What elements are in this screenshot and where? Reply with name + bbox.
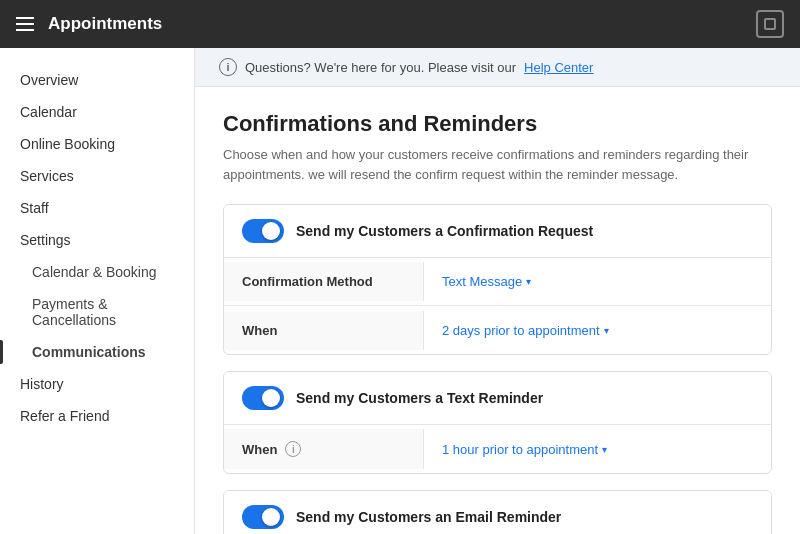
email-reminder-card: Send my Customers an Email Reminder When… (223, 490, 772, 534)
text-reminder-when-value[interactable]: 1 hour prior to appointment ▾ (424, 430, 625, 469)
toggle-slider (242, 219, 284, 243)
when-info-icon: i (285, 441, 301, 457)
sidebar-item-overview[interactable]: Overview (0, 64, 194, 96)
sidebar-item-payments-cancellations[interactable]: Payments & Cancellations (0, 288, 194, 336)
confirmation-toggle[interactable] (242, 219, 284, 243)
chevron-down-icon: ▾ (526, 276, 531, 287)
confirmation-card-title: Send my Customers a Confirmation Request (296, 223, 593, 239)
confirmation-card-header: Send my Customers a Confirmation Request (224, 205, 771, 257)
confirmation-method-row: Confirmation Method Text Message ▾ (224, 258, 771, 306)
text-reminder-card: Send my Customers a Text Reminder When i… (223, 371, 772, 474)
main-content: i Questions? We're here for you. Please … (195, 48, 800, 534)
page-description: Choose when and how your customers recei… (223, 145, 772, 184)
square-icon[interactable] (756, 10, 784, 38)
sidebar-item-staff[interactable]: Staff (0, 192, 194, 224)
info-text: Questions? We're here for you. Please vi… (245, 60, 516, 75)
confirmation-when-row: When 2 days prior to appointment ▾ (224, 306, 771, 354)
chevron-down-icon: ▾ (604, 325, 609, 336)
page-title: Confirmations and Reminders (223, 111, 772, 137)
sidebar-item-settings[interactable]: Settings (0, 224, 194, 256)
header-title: Appointments (48, 14, 756, 34)
info-icon: i (219, 58, 237, 76)
confirmation-when-label: When (224, 311, 424, 350)
content-area: Confirmations and Reminders Choose when … (195, 87, 800, 534)
text-reminder-when-label: When i (224, 429, 424, 469)
email-reminder-toggle[interactable] (242, 505, 284, 529)
sidebar-item-communications[interactable]: Communications (0, 336, 194, 368)
menu-icon[interactable] (16, 17, 34, 31)
app-layout: Overview Calendar Online Booking Service… (0, 48, 800, 534)
confirmation-when-value[interactable]: 2 days prior to appointment ▾ (424, 311, 627, 350)
text-reminder-toggle[interactable] (242, 386, 284, 410)
sidebar-item-calendar[interactable]: Calendar (0, 96, 194, 128)
sidebar-item-calendar-booking[interactable]: Calendar & Booking (0, 256, 194, 288)
confirmation-card-body: Confirmation Method Text Message ▾ When … (224, 257, 771, 354)
sidebar-item-refer-friend[interactable]: Refer a Friend (0, 400, 194, 432)
chevron-down-icon: ▾ (602, 444, 607, 455)
help-center-link[interactable]: Help Center (524, 60, 593, 75)
toggle-slider (242, 386, 284, 410)
confirmation-method-value[interactable]: Text Message ▾ (424, 262, 549, 301)
confirmation-card: Send my Customers a Confirmation Request… (223, 204, 772, 355)
text-reminder-card-title: Send my Customers a Text Reminder (296, 390, 543, 406)
email-reminder-card-title: Send my Customers an Email Reminder (296, 509, 561, 525)
text-reminder-card-header: Send my Customers a Text Reminder (224, 372, 771, 424)
sidebar-item-services[interactable]: Services (0, 160, 194, 192)
app-header: Appointments (0, 0, 800, 48)
sidebar-item-history[interactable]: History (0, 368, 194, 400)
confirmation-method-label: Confirmation Method (224, 262, 424, 301)
sidebar-item-online-booking[interactable]: Online Booking (0, 128, 194, 160)
info-bar: i Questions? We're here for you. Please … (195, 48, 800, 87)
email-reminder-card-header: Send my Customers an Email Reminder (224, 491, 771, 534)
square-inner-icon (764, 18, 776, 30)
text-reminder-when-row: When i 1 hour prior to appointment ▾ (224, 425, 771, 473)
sidebar: Overview Calendar Online Booking Service… (0, 48, 195, 534)
text-reminder-card-body: When i 1 hour prior to appointment ▾ (224, 424, 771, 473)
toggle-slider (242, 505, 284, 529)
